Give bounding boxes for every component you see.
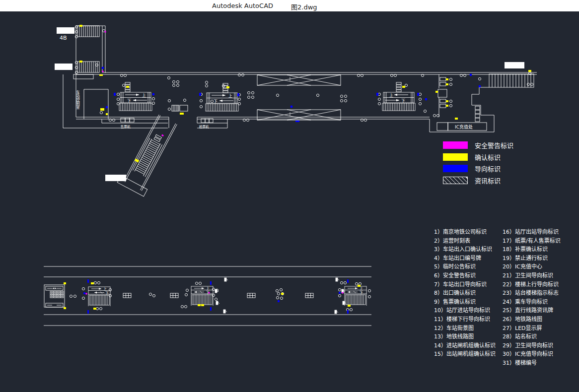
escalator-unit: [206, 93, 238, 111]
label-block: [105, 175, 126, 181]
control-room-label: 车站控制室: [75, 90, 80, 109]
note-item: 22）楼梯上行导向标识: [503, 280, 561, 289]
label-block: [505, 62, 524, 68]
note-item: 17）纸票/有人售票标识: [503, 237, 561, 246]
platform-up-label: 上: [103, 287, 107, 291]
info-swatch: [443, 177, 468, 184]
note-item: 6）安全警告标识: [434, 271, 496, 280]
platform-up-label: 上: [206, 286, 210, 291]
label-block: [55, 64, 72, 70]
note-item: 10）站厅进站导向标识: [434, 306, 496, 315]
legend-label: 导向标识: [475, 164, 501, 173]
platform-sign-markers: [64, 278, 371, 314]
legend-label: 确认标识: [475, 152, 501, 162]
ic-recharge-label: IC充值处: [455, 124, 473, 130]
note-item: 4）车站出口编号牌: [434, 254, 496, 263]
note-item: 8）出口确认标识: [434, 289, 496, 298]
note-item: 24）乘车导向标识: [503, 298, 561, 307]
note-item: 13）地铁线路图: [434, 332, 496, 341]
concourse-sign-markers: [75, 25, 533, 122]
entrance-4b-label: 4B: [60, 35, 67, 41]
note-item: 30）IC充值导向标识: [503, 350, 561, 359]
note-item: 3）车站出入口确认标识: [434, 245, 496, 254]
guide-swatch: [443, 165, 468, 172]
tvm-label: 售票机: [121, 125, 131, 129]
notes-column-2: 16）站厅出站导向标识 17）纸票/有人售票标识 18）补票确认标识 19）禁止…: [503, 228, 561, 368]
note-item: 25）直行线路资讯牌: [503, 306, 561, 315]
gate-label: 检票机: [199, 125, 209, 129]
platform-down-label: 下: [105, 291, 109, 295]
note-item: 19）禁止通行标识: [503, 254, 561, 263]
note-item: 5）临时公告标识: [434, 262, 496, 271]
escalator-up-label: 上: [142, 93, 146, 98]
platform-plan: [44, 266, 371, 326]
autocad-window: Autodesk AutoCAD 图2.dwg: [0, 0, 579, 392]
note-item: 16）站厅出站导向标识: [503, 228, 561, 237]
platform-down-label: 下: [360, 291, 363, 295]
escalator-unit: [119, 92, 152, 111]
legend-row-confirm: 确认标识: [443, 151, 513, 163]
note-item: 18）补票确认标识: [503, 245, 561, 254]
note-item: 26）地铁路线图: [503, 315, 561, 324]
note-item: 29）卫生间导向标识: [503, 341, 561, 350]
label-block: [57, 27, 74, 34]
note-item: 20）IC充值中心: [503, 262, 561, 271]
escalator-down-label: 下: [127, 99, 131, 103]
note-item: 31）楼梯编号: [503, 359, 561, 368]
escalator-unit: [382, 92, 415, 111]
note-item: 15）出站闸机组确认标识: [434, 350, 496, 359]
notes-column-1: 1）南京地铁公司标识 2）运营时刻表 3）车站出入口确认标识 4）车站出口编号牌…: [434, 228, 496, 359]
legend-label: 安全警告标识: [475, 140, 513, 150]
escalator-down-label: 下: [214, 99, 217, 104]
note-item: 28）站名标识: [503, 332, 561, 341]
platform-stair-unit: [191, 286, 213, 306]
void-opening-bottom: [257, 110, 341, 120]
note-item: 14）进站闸机组确认标识: [434, 341, 496, 350]
legend-row-safety: 安全警告标识: [443, 139, 513, 151]
platform-stair-unit: [88, 287, 110, 306]
legend-row-guide: 导向标识: [443, 163, 513, 175]
escalator-up-label: 上: [228, 94, 232, 98]
note-item: 7）车站出口导向标识: [434, 280, 496, 289]
legend: 安全警告标识 确认标识 导向标识 资讯标识: [443, 139, 513, 186]
note-item: 12）车站街景图: [434, 324, 496, 333]
note-item: 1）南京地铁公司标识: [434, 228, 496, 237]
escalator-up-label: 上: [389, 93, 393, 98]
note-item: 2）运营时刻表: [434, 237, 496, 246]
legend-row-info: 资讯标识: [443, 175, 513, 187]
note-item: 27）LED显示屏: [503, 324, 561, 333]
escalator-down-label: 下: [401, 99, 405, 103]
note-item: 21）卫生间导向标识: [503, 271, 561, 280]
confirm-swatch: [443, 153, 468, 161]
platform-stair-unit: [345, 286, 366, 306]
safety-swatch: [443, 141, 468, 149]
note-item: 23）站台楼梯指示标志: [503, 289, 561, 298]
note-item: 9）售票确认标识: [434, 298, 496, 307]
note-item: 11）楼梯下行导向标识: [434, 315, 496, 324]
platform-up-label: 上: [360, 286, 363, 291]
legend-label: 资讯标识: [475, 176, 501, 185]
void-opening-top: [257, 75, 341, 85]
